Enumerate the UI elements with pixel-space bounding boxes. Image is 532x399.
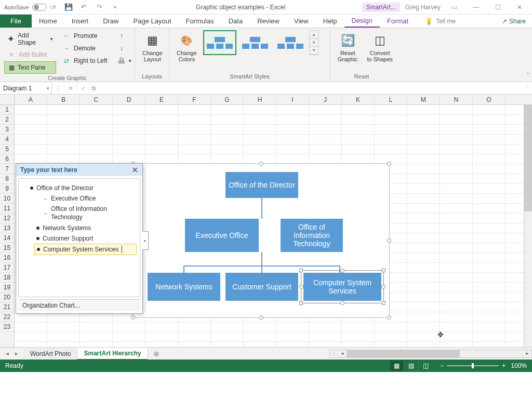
autosave-toggle[interactable]: AutoSave Off [4, 4, 56, 11]
node-child-3-selected[interactable]: Computer System Services [303, 273, 381, 301]
text-pane-item-editing[interactable]: Computer System Services [34, 244, 137, 255]
row-header[interactable]: 14 [0, 233, 14, 243]
row-header[interactable]: 22 [0, 312, 14, 322]
tab-help[interactable]: Help [316, 15, 344, 28]
text-pane-footer[interactable]: Organization Chart... [18, 299, 140, 311]
col-header[interactable]: E [145, 95, 178, 104]
hscroll-sep-icon[interactable]: ⋮ [330, 350, 338, 357]
minimize-icon[interactable]: — [468, 2, 484, 12]
row-header[interactable]: 2 [0, 115, 14, 125]
row-header[interactable]: 5 [0, 144, 14, 154]
tab-file[interactable]: File [0, 15, 32, 28]
style-thumb-2[interactable] [238, 30, 272, 55]
close-icon[interactable]: ✕ [511, 2, 528, 12]
row-header[interactable]: 8 [0, 174, 14, 184]
share-button[interactable]: ↗ Share [496, 15, 532, 28]
sheet-tab-wordart[interactable]: WordArt Photo [24, 348, 77, 360]
hscroll-right-icon[interactable]: ► [523, 350, 531, 357]
col-header[interactable]: K [342, 95, 375, 104]
move-up-button[interactable]: ↑ [114, 30, 135, 42]
row-header[interactable]: 21 [0, 302, 14, 312]
col-header[interactable]: F [178, 95, 211, 104]
style-gallery-more[interactable]: ▴▾▾ [309, 30, 318, 55]
row-header[interactable]: 9 [0, 184, 14, 194]
tab-page-layout[interactable]: Page Layout [126, 15, 179, 28]
name-box[interactable]: Diagram 1 [0, 82, 52, 94]
zoom-in-icon[interactable]: + [502, 362, 506, 369]
col-header[interactable]: O [473, 95, 506, 104]
tab-format[interactable]: Format [380, 15, 416, 28]
sheet-nav-next-icon[interactable]: ► [12, 350, 21, 358]
demote-button[interactable]: →Demote [59, 43, 111, 54]
text-pane-item[interactable]: Customer Support [34, 233, 137, 244]
row-header[interactable]: 10 [0, 194, 14, 204]
text-pane-collapse-icon[interactable]: ▸ [142, 231, 149, 250]
view-page-break-icon[interactable]: ◫ [418, 361, 433, 371]
tell-me[interactable]: 💡 Tell me [425, 15, 456, 28]
right-to-left-button[interactable]: ⇄Right to Left [59, 55, 111, 66]
layout-dropdown[interactable]: 品▾ [114, 55, 135, 66]
col-header[interactable]: L [375, 95, 407, 104]
row-header[interactable]: 20 [0, 292, 14, 302]
text-pane-item[interactable]: Office of the Director [28, 183, 137, 193]
zoom-value[interactable]: 100% [511, 362, 527, 369]
save-icon[interactable]: 💾 [64, 3, 73, 11]
row-header[interactable]: 18 [0, 273, 14, 283]
row-header[interactable]: 15 [0, 243, 14, 253]
node-root[interactable]: Office of the Director [225, 172, 298, 198]
node-child-1[interactable]: Network Systems [148, 273, 220, 301]
row-header[interactable]: 1 [0, 105, 14, 115]
change-colors-button[interactable]: 🎨 Change Colors [174, 30, 200, 64]
tab-view[interactable]: View [287, 15, 316, 28]
node-child-2[interactable]: Customer Support [225, 273, 298, 301]
worksheet-grid[interactable]: A B C D E F G H I J K L M N O 1 2 3 4 5 … [0, 95, 532, 347]
row-header[interactable]: 7 [0, 164, 14, 174]
formula-cancel-icon[interactable]: ⋮ [52, 82, 64, 95]
promote-button[interactable]: ←Promote [59, 30, 111, 42]
vertical-scrollbar[interactable] [524, 105, 532, 347]
text-pane-item[interactable]: →Office of Information Technology [41, 204, 137, 223]
text-pane-close-icon[interactable]: ✕ [132, 166, 138, 174]
move-down-button[interactable]: ↓ [114, 43, 135, 54]
tab-draw[interactable]: Draw [96, 15, 126, 28]
row-header[interactable]: 19 [0, 283, 14, 292]
view-page-layout-icon[interactable]: ▤ [404, 361, 418, 371]
convert-to-shapes-button[interactable]: ◫ Convert to Shapes [364, 30, 396, 64]
tab-data[interactable]: Data [221, 15, 250, 28]
undo-icon[interactable]: ↶ [80, 3, 88, 11]
redo-icon[interactable]: ↷ [96, 3, 104, 11]
col-header[interactable]: M [407, 95, 440, 104]
node-assistant-1[interactable]: Executive Office [185, 219, 259, 252]
ribbon-display-icon[interactable]: ▭ [446, 2, 462, 12]
smartart-diagram[interactable]: Office of the Director Executive Office … [132, 163, 390, 318]
text-pane-item[interactable]: →Executive Office [41, 193, 137, 204]
formula-input[interactable] [98, 82, 524, 94]
col-header[interactable]: N [440, 95, 473, 104]
select-all-corner[interactable] [0, 95, 15, 104]
row-header[interactable]: 3 [0, 125, 14, 135]
maximize-icon[interactable]: ☐ [489, 2, 506, 12]
col-header[interactable]: A [15, 95, 47, 104]
zoom-slider[interactable]: − + [440, 362, 506, 369]
collapse-ribbon-icon[interactable]: ˄ [524, 28, 532, 82]
text-pane-button[interactable]: ▦Text Pane [4, 61, 56, 74]
style-thumb-1[interactable] [203, 30, 236, 55]
row-header[interactable]: 13 [0, 223, 14, 233]
col-header[interactable]: I [276, 95, 309, 104]
col-header[interactable]: J [309, 95, 342, 104]
sheet-tab-smartart[interactable]: SmartArt Hierarchy [77, 348, 148, 360]
smartart-text-pane[interactable]: Type your text here ✕ Office of the Dire… [16, 163, 143, 314]
tab-home[interactable]: Home [32, 15, 64, 28]
row-header[interactable]: 17 [0, 263, 14, 273]
reset-graphic-button[interactable]: 🔄 Reset Graphic [335, 30, 361, 64]
formula-expand-icon[interactable]: ˅ [524, 82, 532, 94]
row-header[interactable]: 11 [0, 204, 14, 214]
col-header[interactable]: B [47, 95, 80, 104]
sheet-nav-prev-icon[interactable]: ◄ [3, 350, 11, 358]
node-assistant-2[interactable]: Office of Information Technology [281, 219, 343, 252]
tab-formulas[interactable]: Formulas [179, 15, 221, 28]
new-sheet-button[interactable]: ⊕ [150, 348, 163, 360]
style-thumb-3[interactable] [274, 30, 307, 55]
add-shape-button[interactable]: ✚Add Shape▾ [4, 30, 56, 48]
fx-icon[interactable]: fx [89, 85, 98, 92]
